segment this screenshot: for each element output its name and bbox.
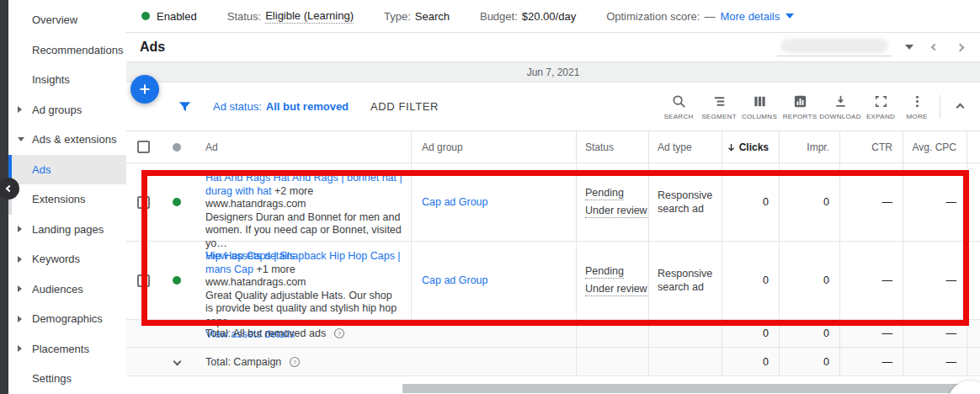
- header-cell-status[interactable]: Status: [576, 131, 648, 162]
- expand-total-chevron-icon[interactable]: [173, 358, 181, 366]
- toolbar-label: DOWNLOAD: [819, 113, 861, 120]
- chevron-left-icon: [931, 44, 938, 51]
- ad-group-link[interactable]: Cap ad Group: [422, 196, 488, 208]
- sidebar-item-keywords[interactable]: Keywords: [8, 244, 126, 274]
- sidebar-item-label: Overview: [32, 13, 77, 26]
- campaign-type-field: Type: Search: [384, 10, 450, 23]
- redacted-campaign-name: [780, 39, 888, 53]
- column-label: Ad: [205, 141, 218, 153]
- column-label: Ad group: [422, 141, 463, 153]
- total-clicks-value: 0: [763, 356, 769, 368]
- type-value: Search: [415, 10, 450, 23]
- select-all-checkbox[interactable]: [137, 141, 150, 153]
- help-icon[interactable]: ?: [333, 327, 345, 339]
- sidebar-item-placements[interactable]: Placements: [8, 334, 126, 365]
- ad-headline-link[interactable]: Hip Hop Caps | Snapback Hip Hop Caps | m…: [205, 250, 401, 275]
- column-label: Clicks: [739, 141, 769, 153]
- total-ctr-value: —: [882, 327, 893, 339]
- page-title: Ads: [140, 40, 165, 55]
- sidebar-item-landing-pages[interactable]: Landing pages: [8, 215, 126, 245]
- ad-status-cell: Pending Under review: [576, 163, 648, 241]
- horizontal-scrollbar-thumb[interactable]: [402, 384, 980, 393]
- ad-group-link[interactable]: Cap ad Group: [422, 274, 488, 286]
- svg-text:?: ?: [293, 358, 296, 365]
- ad-display-url: www.hatandrags.com: [205, 276, 306, 290]
- header-cell-ad-type[interactable]: Ad type: [648, 131, 722, 162]
- header-cell-ctr[interactable]: CTR: [839, 131, 903, 162]
- ad-status-filter-chip[interactable]: Ad status: All but removed: [213, 100, 349, 113]
- segment-button[interactable]: SEGMENT: [699, 93, 739, 120]
- header-cell-avg-cpc[interactable]: Avg. CPC: [903, 131, 967, 162]
- sidebar-item-ads[interactable]: Ads: [8, 155, 126, 185]
- sidebar-item-insights[interactable]: Insights: [8, 65, 126, 95]
- clicks-value: 0: [763, 196, 769, 208]
- table-row: Hip Hop Caps | Snapback Hip Hop Caps | m…: [126, 242, 980, 320]
- help-icon[interactable]: ?: [289, 356, 301, 368]
- ad-status-dot[interactable]: [173, 276, 181, 285]
- columns-button[interactable]: COLUMNS: [739, 93, 780, 120]
- chevron-right-icon: [18, 226, 22, 232]
- status-pending[interactable]: Pending: [585, 187, 624, 200]
- row-checkbox[interactable]: [137, 196, 150, 209]
- row-checkbox[interactable]: [137, 274, 150, 287]
- header-cell-clicks[interactable]: Clicks: [722, 131, 779, 162]
- chevron-right-icon: [18, 256, 22, 263]
- toolbar-label: EXPAND: [866, 113, 895, 120]
- sidebar-item-recommendations[interactable]: Recommendations: [8, 35, 126, 66]
- status-under-review[interactable]: Under review: [585, 205, 647, 218]
- clicks-value: 0: [763, 274, 769, 286]
- sidebar-item-label: Recommendations: [32, 44, 123, 56]
- more-button[interactable]: MORE: [901, 93, 933, 120]
- campaign-selector[interactable]: [777, 39, 892, 56]
- total-impressions-value: 0: [823, 356, 829, 368]
- avg-cpc-value: —: [946, 196, 957, 208]
- toolbar-label: SEGMENT: [701, 113, 737, 120]
- header-cell-ad[interactable]: Ad: [194, 131, 411, 162]
- more-details-label: More details: [720, 10, 780, 23]
- collapse-table-button[interactable]: [949, 100, 972, 113]
- header-cell-extra: [967, 131, 980, 162]
- status-under-review[interactable]: Under review: [585, 283, 647, 296]
- status-value[interactable]: Eligible (Learning): [265, 9, 354, 24]
- header-cell-ad-group[interactable]: Ad group: [411, 131, 576, 162]
- segment-icon: [711, 93, 727, 109]
- sidebar-item-demographics[interactable]: Demographics: [8, 304, 126, 334]
- more-vertical-icon: [909, 93, 925, 109]
- sidebar: Overview Recommendations Insights Ad gro…: [8, 0, 126, 394]
- status-dot-icon[interactable]: [173, 143, 181, 152]
- ad-status-dot[interactable]: [173, 198, 181, 206]
- filter-funnel-icon: [177, 98, 193, 114]
- search-button[interactable]: SEARCH: [658, 93, 699, 120]
- header-controls: [777, 39, 967, 56]
- status-pending[interactable]: Pending: [585, 265, 624, 279]
- sidebar-item-settings[interactable]: Settings: [8, 364, 126, 394]
- filter-toolbar-row: Ad status: All but removed ADD FILTER SE…: [126, 83, 980, 131]
- sidebar-item-audiences[interactable]: Audiences: [8, 274, 126, 305]
- more-details-button[interactable]: More details: [720, 10, 794, 23]
- table-header-row: Ad Ad group Status Ad type Clicks Impr. …: [126, 131, 980, 163]
- add-ad-button[interactable]: [130, 75, 159, 104]
- total-avg-cpc-value: —: [946, 327, 957, 339]
- sidebar-item-extensions[interactable]: Extensions: [8, 184, 126, 215]
- sidebar-item-ad-groups[interactable]: Ad groups: [8, 95, 126, 125]
- date-range-bar[interactable]: Jun 7, 2021: [126, 62, 980, 83]
- chevron-down-icon: [18, 137, 24, 141]
- expand-button[interactable]: EXPAND: [860, 93, 901, 120]
- ad-status-cell: Pending Under review: [576, 242, 648, 319]
- add-filter-button[interactable]: ADD FILTER: [370, 100, 439, 113]
- previous-page-button[interactable]: [927, 41, 940, 53]
- download-button[interactable]: DOWNLOAD: [820, 93, 860, 120]
- chevron-right-icon: [18, 316, 22, 322]
- header-cell-impressions[interactable]: Impr.: [779, 131, 839, 162]
- main-content: Enabled Status: Eligible (Learning) Type…: [126, 0, 980, 394]
- impressions-value: 0: [823, 274, 829, 286]
- type-label: Type:: [384, 10, 411, 23]
- sidebar-item-ads-extensions[interactable]: Ads & extensions: [8, 125, 126, 155]
- chevron-right-icon: [18, 106, 22, 113]
- ctr-value: —: [882, 196, 893, 208]
- sidebar-item-label: Demographics: [32, 312, 103, 325]
- dropdown-caret-icon[interactable]: [905, 45, 913, 50]
- reports-button[interactable]: REPORTS: [780, 93, 820, 120]
- sidebar-item-overview[interactable]: Overview: [8, 5, 126, 35]
- next-page-button[interactable]: [954, 41, 967, 54]
